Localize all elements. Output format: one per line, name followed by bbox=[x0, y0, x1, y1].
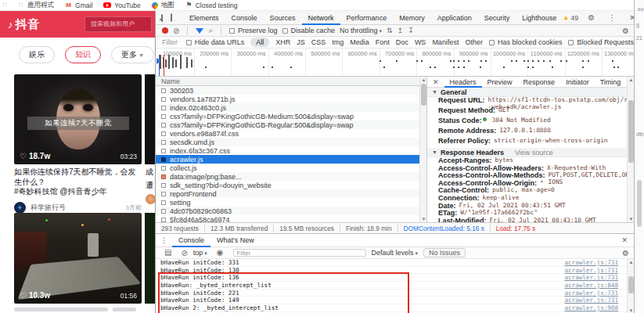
details-scrollbar[interactable]: ▲ ▼ bbox=[627, 77, 634, 222]
context-dropdown[interactable]: top bbox=[193, 249, 207, 257]
preserve-log-checkbox[interactable]: Preserve log bbox=[229, 27, 278, 34]
console-filter-input[interactable]: Filter bbox=[233, 249, 366, 257]
inspect-element-icon[interactable] bbox=[161, 14, 163, 22]
console-message[interactable]: bHaveRun initCode: 331acrawler.js:731 bbox=[156, 259, 634, 267]
details-tab-initiator[interactable]: Initiator bbox=[560, 77, 595, 88]
bookmark-item[interactable]: ∷應用程式 bbox=[17, 1, 54, 10]
has-blocked-cookies-checkbox[interactable]: Has blocked cookies bbox=[489, 38, 563, 46]
bookmarks-overflow-icon[interactable]: ∷ bbox=[3, 2, 6, 9]
settings-gear-icon[interactable]: ⚙ bbox=[588, 14, 595, 22]
blocked-requests-checkbox[interactable]: Blocked Requests bbox=[568, 38, 634, 46]
filter-type-doc[interactable]: Doc bbox=[396, 38, 408, 46]
console-source-link[interactable]: acrawler.js:731 bbox=[564, 290, 618, 297]
bookmark-item[interactable]: YouTube bbox=[103, 2, 140, 9]
search-icon[interactable]: ⌕ bbox=[208, 26, 213, 35]
console-source-link[interactable]: acrawler.js:731 bbox=[564, 267, 618, 274]
network-overview-timeline[interactable]: 100000 ms200000 ms300000 ms400000 ms5000… bbox=[156, 49, 634, 77]
network-settings-gear-icon[interactable]: ⚙ bbox=[622, 27, 629, 35]
details-tab-timing[interactable]: Timing bbox=[595, 77, 627, 88]
import-har-icon[interactable]: ↥ bbox=[398, 27, 404, 34]
devtools-tab-memory[interactable]: Memory bbox=[393, 11, 431, 25]
console-sidebar-icon[interactable]: ▤ bbox=[164, 249, 171, 257]
details-tab-response[interactable]: Response bbox=[518, 77, 561, 88]
scroll-up-icon[interactable]: ▲ bbox=[420, 77, 427, 83]
devtools-tab-security[interactable]: Security bbox=[478, 11, 516, 25]
filter-type-other[interactable]: Other bbox=[465, 38, 483, 46]
video-thumbnail-2[interactable]: ♡10.3w 01:56 bbox=[14, 213, 142, 304]
console-tab-what-s-new[interactable]: What's New bbox=[210, 234, 261, 247]
console-message[interactable]: bHaveRun initCode: 221acrawler.js:731 bbox=[156, 290, 634, 297]
devtools-tab-network[interactable]: Network bbox=[302, 11, 340, 25]
bookmark-item[interactable]: MGmail bbox=[65, 2, 92, 9]
kebab-menu-icon[interactable]: ⋮ bbox=[608, 14, 616, 22]
devtools-tab-sources[interactable]: Sources bbox=[264, 11, 302, 25]
request-row[interactable]: index.02c463c0.js bbox=[156, 103, 426, 112]
devtools-tab-elements[interactable]: Elements bbox=[183, 11, 225, 25]
request-row[interactable]: reportFrontend bbox=[156, 189, 426, 198]
douyin-search-input[interactable]: 搜索视频和用户 bbox=[85, 16, 152, 32]
request-row[interactable]: vendors.e98a874f.css bbox=[156, 129, 426, 138]
request-row[interactable]: 5fc8d46a58ca6974 bbox=[156, 215, 426, 222]
bookmark-item[interactable]: 地图 bbox=[152, 1, 174, 10]
filter-funnel-icon[interactable] bbox=[196, 28, 203, 34]
scroll-down-icon[interactable]: ▼ bbox=[420, 216, 427, 222]
devtools-tab-performance[interactable]: Performance bbox=[340, 11, 394, 25]
console-tab-console[interactable]: Console bbox=[172, 234, 210, 247]
export-har-icon[interactable]: ↧ bbox=[408, 27, 414, 34]
console-message[interactable]: bHaveRun: _byted_intercept_listacrawler.… bbox=[156, 282, 634, 290]
device-toolbar-icon[interactable] bbox=[171, 13, 172, 22]
details-tab-preview[interactable]: Preview bbox=[482, 77, 518, 88]
console-source-link[interactable]: acrawler.js:848 bbox=[564, 282, 618, 289]
live-expression-eye-icon[interactable]: ◉ bbox=[217, 249, 224, 257]
console-settings-gear-icon[interactable]: ⚙ bbox=[622, 249, 629, 257]
console-source-link[interactable]: acrawler.js:731 bbox=[564, 297, 618, 304]
console-source-link[interactable]: acrawler.js:908 bbox=[564, 304, 618, 311]
throttling-dropdown[interactable]: No throttling bbox=[340, 27, 382, 34]
close-drawer-icon[interactable]: ✕ bbox=[621, 236, 634, 244]
scrollbar-thumb[interactable] bbox=[628, 100, 634, 163]
clear-icon[interactable]: ⊘ bbox=[173, 27, 179, 35]
request-row[interactable]: data:image/png;base... bbox=[156, 172, 426, 181]
filter-type-ws[interactable]: WS bbox=[415, 38, 426, 46]
request-row[interactable]: collect.js bbox=[156, 164, 426, 172]
request-row[interactable]: sdk_setting?bid=douyin_website bbox=[156, 181, 426, 189]
request-row[interactable]: secsdk.umd.js bbox=[156, 138, 426, 146]
console-message[interactable]: bHaveRun initCode: 130acrawler.js:731 bbox=[156, 267, 634, 275]
scrollbar-thumb[interactable] bbox=[628, 276, 634, 293]
clear-console-icon[interactable]: ⊘ bbox=[181, 249, 187, 257]
network-filter-input[interactable]: Filter bbox=[162, 38, 180, 46]
drawer-menu-icon[interactable]: ⋮ bbox=[156, 236, 172, 244]
network-conditions-icon[interactable]: ⇅ bbox=[387, 27, 393, 34]
record-icon[interactable] bbox=[162, 27, 168, 34]
console-source-link[interactable]: acrawler.js:731 bbox=[564, 259, 618, 266]
devtools-tab-lighthouse[interactable]: Lighthouse bbox=[516, 11, 563, 25]
filter-type-js[interactable]: JS bbox=[297, 38, 305, 46]
filter-type-css[interactable]: CSS bbox=[311, 38, 326, 46]
video-thumbnail-1[interactable]: 如果连续7天不睡觉 ♡18.7w 03:23 bbox=[14, 74, 142, 164]
douyin-tab-娱乐[interactable]: 娱乐 bbox=[19, 46, 55, 63]
bookmark-item[interactable]: ⚑Closed testing bbox=[185, 2, 238, 9]
filter-type-media[interactable]: Media bbox=[350, 38, 369, 46]
console-message[interactable]: bHaveRun 2: _byted_intercept_listacrawle… bbox=[156, 304, 634, 312]
video-title[interactable]: 如果你连续保持7天都不睡觉，会发生什么？ #奇妙科技馆 @抖音青少年 bbox=[14, 167, 142, 197]
douyin-logo-text[interactable]: 抖音 bbox=[16, 17, 41, 32]
details-tab-headers[interactable]: Headers bbox=[444, 77, 482, 88]
issues-warning-badge[interactable]: ▲49 bbox=[563, 14, 578, 22]
log-levels-dropdown[interactable]: Default levels bbox=[372, 249, 419, 257]
disable-cache-checkbox[interactable]: Disable cache bbox=[282, 27, 336, 34]
request-row[interactable]: css?family=DFPKingGothicGB-Regular:500&d… bbox=[156, 121, 426, 129]
author-name[interactable]: 科学旅行号 bbox=[31, 203, 66, 213]
console-message[interactable]: bHaveRun initCode: 136acrawler.js:731 bbox=[156, 274, 634, 282]
request-row[interactable]: vendors.1a78271b.js bbox=[156, 95, 426, 103]
devtools-tab-application[interactable]: Application bbox=[431, 11, 478, 25]
scrollbar-thumb[interactable] bbox=[421, 84, 426, 106]
hide-data-urls-checkbox[interactable]: Hide data URLs bbox=[186, 38, 245, 46]
filter-type-font[interactable]: Font bbox=[376, 38, 390, 46]
filter-type-xhr[interactable]: XHR bbox=[275, 38, 290, 46]
avatar[interactable]: ✈ bbox=[14, 202, 26, 214]
filter-type-img[interactable]: Img bbox=[332, 38, 344, 46]
request-row[interactable]: 300203 bbox=[156, 86, 426, 95]
close-details-icon[interactable]: ✕ bbox=[427, 78, 444, 86]
console-source-link[interactable]: acrawler.js:731 bbox=[564, 274, 618, 281]
console-message[interactable]: bHaveRun initCode: 149acrawler.js:731 bbox=[156, 297, 634, 304]
